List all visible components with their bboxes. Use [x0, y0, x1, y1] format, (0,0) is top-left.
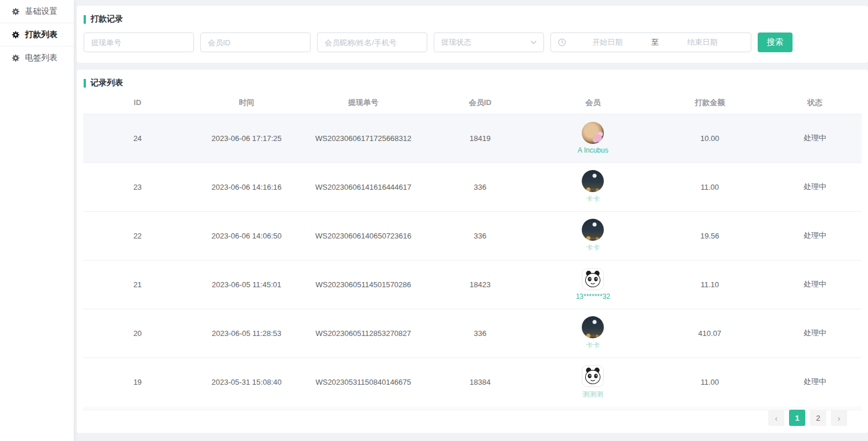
pagination: ‹ 1 2 › — [768, 410, 847, 426]
filter-title-text: 打款记录 — [91, 14, 123, 24]
cell-id: 19 — [83, 357, 192, 406]
col-header-time: 时间 — [192, 92, 301, 114]
cell-member: 测测测 — [535, 357, 651, 406]
cell-amount: 11.00 — [651, 162, 768, 211]
title-accent-bar — [84, 79, 86, 88]
date-range-separator: 至 — [649, 37, 661, 48]
filter-panel: 打款记录 提现状态 开始日期 至 结束日期 搜索 — [77, 6, 868, 63]
member-name-link[interactable]: 卡卡 — [586, 194, 600, 204]
clock-icon — [558, 38, 566, 46]
cell-time: 2023-06-06 14:16:16 — [192, 162, 301, 211]
gear-icon — [12, 31, 20, 39]
pagination-prev-button[interactable]: ‹ — [768, 410, 784, 426]
col-header-amount: 打款金额 — [651, 92, 768, 114]
cell-member-id: 336 — [426, 211, 535, 260]
cell-status: 处理中 — [768, 162, 862, 211]
panda-meme-icon — [582, 269, 603, 290]
col-header-order-no: 提现单号 — [301, 92, 426, 114]
records-title-text: 记录列表 — [91, 78, 123, 88]
sidebar-item-payment-list[interactable]: 打款列表 — [0, 23, 74, 46]
pagination-next-button[interactable]: › — [831, 410, 847, 426]
table-row: 22 2023-06-06 14:06:50 WS202306061406507… — [83, 211, 862, 260]
cell-member-id: 336 — [426, 309, 535, 357]
cell-member-id: 336 — [426, 162, 535, 211]
cell-order-no: WS20230606140650723616 — [301, 211, 426, 260]
cell-time: 2023-06-06 14:06:50 — [192, 211, 301, 260]
sidebar-item-esign-list[interactable]: 电签列表 — [0, 46, 74, 69]
cell-member: 卡卡 — [535, 309, 651, 357]
cell-order-no: WS20230605112853270827 — [301, 309, 426, 357]
withdraw-order-no-input[interactable] — [84, 32, 194, 52]
cell-member: A Incubus — [535, 114, 651, 162]
table-row: 20 2023-06-05 11:28:53 WS202306051128532… — [83, 309, 862, 357]
member-name-link[interactable]: 卡卡 — [586, 243, 600, 253]
main-content: 打款记录 提现状态 开始日期 至 结束日期 搜索 — [77, 0, 868, 441]
cell-member: 卡卡 — [535, 162, 651, 211]
col-header-status: 状态 — [768, 92, 862, 114]
gear-icon — [12, 8, 20, 16]
title-accent-bar — [84, 15, 86, 24]
cell-id: 20 — [83, 309, 192, 357]
panda-meme-icon — [582, 366, 603, 386]
member-avatar[interactable] — [582, 219, 604, 241]
gear-icon — [12, 54, 20, 62]
end-date-field[interactable]: 结束日期 — [661, 37, 744, 48]
cell-member: 13*******32 — [535, 260, 651, 309]
member-name-link[interactable]: A Incubus — [578, 146, 608, 154]
cell-status: 处理中 — [768, 309, 862, 357]
member-avatar[interactable] — [582, 316, 604, 338]
cell-time: 2023-06-05 11:28:53 — [192, 309, 301, 357]
cell-status: 处理中 — [768, 357, 862, 406]
cell-amount: 410.07 — [651, 309, 768, 357]
pagination-page-1[interactable]: 1 — [789, 410, 805, 426]
cell-time: 2023-05-31 15:08:40 — [192, 357, 301, 406]
col-header-id: ID — [83, 92, 192, 114]
cell-status: 处理中 — [768, 114, 862, 162]
member-avatar[interactable] — [582, 365, 604, 387]
cell-amount: 10.00 — [651, 114, 768, 162]
col-header-member-id: 会员ID — [426, 92, 535, 114]
pagination-page-2[interactable]: 2 — [810, 410, 826, 426]
cell-time: 2023-06-05 11:45:01 — [192, 260, 301, 309]
cell-member-id: 18423 — [426, 260, 535, 309]
filter-row: 提现状态 开始日期 至 结束日期 搜索 — [84, 32, 861, 52]
sidebar-item-label: 电签列表 — [25, 53, 57, 63]
search-button[interactable]: 搜索 — [758, 32, 793, 52]
member-avatar[interactable] — [582, 170, 604, 192]
sidebar-item-label: 打款列表 — [25, 30, 57, 40]
withdraw-status-placeholder: 提现状态 — [441, 37, 471, 48]
member-info-input[interactable] — [317, 32, 427, 52]
table-bottom-border — [83, 406, 862, 410]
cell-id: 22 — [83, 211, 192, 260]
cell-order-no: WS20230605114501570286 — [301, 260, 426, 309]
cell-amount: 11.10 — [651, 260, 768, 309]
member-name-link[interactable]: 测测测 — [582, 389, 603, 399]
cell-member-id: 18419 — [426, 114, 535, 162]
member-name-link[interactable]: 卡卡 — [586, 341, 600, 350]
cell-status: 处理中 — [768, 260, 862, 309]
member-avatar[interactable] — [582, 268, 604, 290]
date-range-picker[interactable]: 开始日期 至 结束日期 — [550, 32, 751, 52]
start-date-field[interactable]: 开始日期 — [566, 37, 649, 48]
cell-id: 23 — [83, 162, 192, 211]
cell-id: 21 — [83, 260, 192, 309]
cell-amount: 11.00 — [651, 357, 768, 406]
table-row: 23 2023-06-06 14:16:16 WS202306061416164… — [83, 162, 862, 211]
member-name-link[interactable]: 13*******32 — [576, 292, 610, 301]
cell-member: 卡卡 — [535, 211, 651, 260]
member-id-input[interactable] — [200, 32, 311, 52]
col-header-member: 会员 — [535, 92, 651, 114]
cell-id: 24 — [83, 114, 192, 162]
cell-order-no: WS20230606141616444617 — [301, 162, 426, 211]
table-row: 24 2023-06-06 17:17:25 WS202306061717256… — [83, 114, 862, 162]
cell-amount: 19.56 — [651, 211, 768, 260]
cell-time: 2023-06-06 17:17:25 — [192, 114, 301, 162]
sidebar-item-label: 基础设置 — [25, 6, 57, 17]
table-row: 19 2023-05-31 15:08:40 WS202305311508401… — [83, 357, 862, 406]
sidebar-item-basic-settings[interactable]: 基础设置 — [0, 0, 74, 23]
member-avatar[interactable] — [582, 122, 604, 144]
cell-member-id: 18384 — [426, 357, 535, 406]
withdraw-status-select[interactable]: 提现状态 — [434, 32, 544, 52]
records-panel-title: 记录列表 — [77, 78, 868, 88]
cell-order-no: WS20230606171725668312 — [301, 114, 426, 162]
